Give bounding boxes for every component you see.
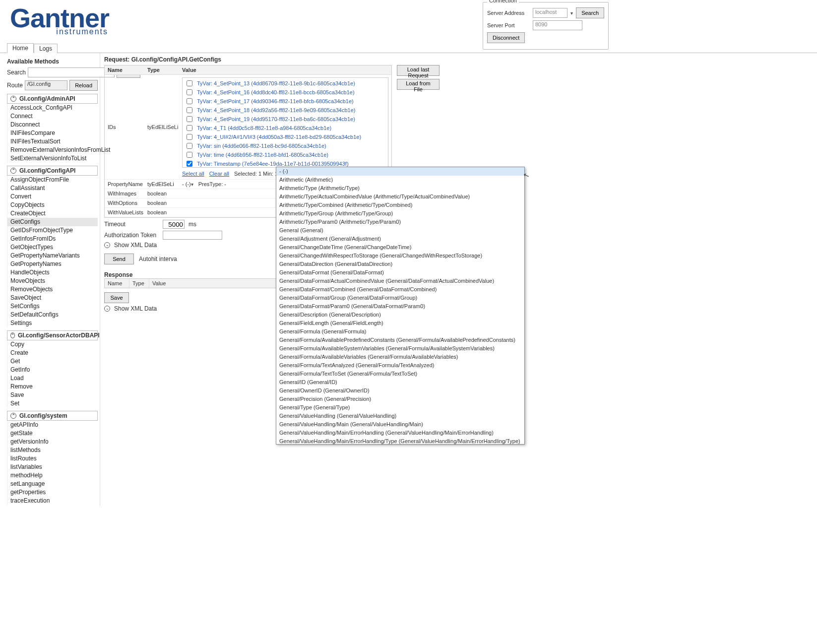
dropdown-item[interactable]: Arithmetic/Type/Param0 (Arithmetic/Type/… <box>276 218 524 226</box>
dropdown-item[interactable]: General/OwnerID (General/OwnerID) <box>276 386 524 395</box>
method-item[interactable]: listMethods <box>7 446 98 454</box>
auth-token-input[interactable] <box>163 231 222 240</box>
dropdown-item[interactable]: General/Formula/TextToSet (General/Formu… <box>276 370 524 378</box>
chevron-up-icon[interactable]: ⌃ <box>10 96 16 102</box>
method-item[interactable]: CopyObjects <box>7 201 98 209</box>
method-item[interactable]: methodHelp <box>7 471 98 480</box>
load-last-request-button[interactable]: Load last Request <box>397 65 440 76</box>
ids-item[interactable]: TyVar: 4_UI#2/A#1/VI#3 (4dd050a3-ff82-11… <box>185 132 386 141</box>
dropdown-item[interactable]: General/Formula/AvailableVariables (Gene… <box>276 353 524 361</box>
method-item[interactable]: CreateObject <box>7 209 98 218</box>
ids-listbox[interactable]: TyVar: 4_SetPoint_13 (4dd86709-ff82-11e8… <box>182 77 388 168</box>
method-item[interactable]: GetConfigs <box>7 218 98 226</box>
dropdown-item[interactable]: General/Formula (General/Formula) <box>276 327 524 336</box>
method-item[interactable]: getState <box>7 429 98 438</box>
ids-checkbox[interactable] <box>187 143 192 149</box>
dropdown-item[interactable]: General/ValueHandling/Main/ErrorHandling… <box>276 429 524 437</box>
method-item[interactable]: getProperties <box>7 488 98 497</box>
show-xml-resp-label[interactable]: Show XML Data <box>114 305 157 312</box>
disconnect-button[interactable]: Disconnect <box>487 32 525 43</box>
method-item[interactable]: GetInfosFromIDs <box>7 235 98 243</box>
dropdown-item[interactable]: Arithmetic/Type/Combined (Arithmetic/Typ… <box>276 201 524 209</box>
reload-button[interactable]: Reload <box>69 80 98 91</box>
method-item[interactable]: Load <box>7 374 98 383</box>
chevron-down-icon[interactable]: ⌄ <box>104 242 110 248</box>
dropdown-item[interactable]: General/ChangedWithRespectToStorage (Gen… <box>276 252 524 260</box>
method-item[interactable]: SetDefaultConfigs <box>7 311 98 319</box>
method-item[interactable]: GetInfo <box>7 366 98 374</box>
dropdown-item[interactable]: General/Formula/AvailableSystemVariables… <box>276 344 524 353</box>
show-xml-req-label[interactable]: Show XML Data <box>114 242 157 249</box>
method-item[interactable]: Settings <box>7 319 98 327</box>
ids-checkbox[interactable] <box>187 80 192 86</box>
tab-home[interactable]: Home <box>7 43 34 53</box>
propertyname-dropdown[interactable]: - (-)Arithmetic (Arithmetic)Arithmetic/T… <box>276 167 525 445</box>
method-item[interactable]: Connect <box>7 112 98 121</box>
method-item[interactable]: listVariables <box>7 463 98 471</box>
dropdown-item[interactable]: - (-) <box>276 167 524 176</box>
method-item[interactable]: SaveObject <box>7 294 98 302</box>
send-button[interactable]: Send <box>104 254 134 264</box>
ids-item[interactable]: TyVar: sin (4dd6e066-ff82-11e8-bc9d-6805… <box>185 141 386 150</box>
timeout-input[interactable] <box>163 220 185 229</box>
method-item[interactable]: setLanguage <box>7 480 98 488</box>
dropdown-item[interactable]: General/ValueHandling (General/ValueHand… <box>276 412 524 420</box>
ids-checkbox[interactable] <box>187 98 192 104</box>
dropdown-item[interactable]: General/Adjustment (General/Adjustment) <box>276 235 524 243</box>
ids-item[interactable]: TyVar: 4_SetPoint_18 (4dd92a56-ff82-11e8… <box>185 106 386 115</box>
method-item[interactable]: Set <box>7 399 98 408</box>
method-item[interactable]: traceExecution <box>7 497 98 505</box>
ids-item[interactable]: TyVar: 4_SetPoint_16 (4dd8dc40-ff82-11e8… <box>185 88 386 97</box>
dropdown-item[interactable]: Arithmetic (Arithmetic) <box>276 176 524 184</box>
method-item[interactable]: INIFilesTextualSort <box>7 137 98 146</box>
dropdown-item[interactable]: Arithmetic/Type (Arithmetic/Type) <box>276 184 524 193</box>
method-item[interactable]: Create <box>7 349 98 357</box>
ids-checkbox[interactable] <box>187 152 192 158</box>
server-address-input[interactable]: localhost <box>533 8 567 18</box>
method-item[interactable]: INIFilesCompare <box>7 129 98 137</box>
route-select[interactable]: /GI.config <box>25 80 67 90</box>
dropdown-item[interactable]: Arithmetic/Type/ActualCombinedValue (Ari… <box>276 193 524 201</box>
dropdown-item[interactable]: General/ChangeDateTime (General/ChangeDa… <box>276 243 524 252</box>
dropdown-item[interactable]: General/DataFormat (General/DataFormat) <box>276 268 524 277</box>
method-group-header[interactable]: ⌃GI.config/ConfigAPI <box>7 166 98 176</box>
method-item[interactable]: RemoveExternalVersionInfosFromList <box>7 146 98 154</box>
method-item[interactable]: Remove <box>7 383 98 391</box>
load-from-file-button[interactable]: Load from File <box>397 79 440 90</box>
method-item[interactable]: GetIDsFromObjectType <box>7 226 98 235</box>
dropdown-item[interactable]: General/DataFormat/Param0 (General/DataF… <box>276 302 524 311</box>
dropdown-item[interactable]: General/ValueHandling/Main/ErrorHandling… <box>276 437 524 445</box>
method-item[interactable]: HandleObjects <box>7 268 98 277</box>
dropdown-item[interactable]: General/Type (General/Type) <box>276 403 524 412</box>
dropdown-item[interactable]: General/FieldLength (General/FieldLength… <box>276 319 524 327</box>
dropdown-item[interactable]: General/DataFormat/ActualCombinedValue (… <box>276 277 524 285</box>
ids-item[interactable]: TyVar: 4_SetPoint_17 (4dd90346-ff82-11e8… <box>185 97 386 106</box>
ids-checkbox[interactable] <box>187 134 192 140</box>
dropdown-item[interactable]: General/DataFormat/Combined (General/Dat… <box>276 285 524 294</box>
ids-checkbox[interactable] <box>187 89 192 95</box>
dropdown-item[interactable]: General/ID (General/ID) <box>276 378 524 386</box>
propertyname-select[interactable]: - (-)▾ <box>182 181 193 187</box>
server-address-caret-icon[interactable]: ▾ <box>570 10 573 16</box>
method-group-header[interactable]: ⌃GI.config/SensorActorDBAPI <box>7 330 98 340</box>
dropdown-item[interactable]: General/Precision (General/Precision) <box>276 395 524 403</box>
method-item[interactable]: GetObjectTypes <box>7 243 98 252</box>
method-item[interactable]: AccessLock_ConfigAPI <box>7 104 98 112</box>
select-all-link[interactable]: Select all <box>182 171 204 177</box>
ids-checkbox[interactable] <box>187 116 192 122</box>
method-item[interactable]: SetConfigs <box>7 302 98 311</box>
chevron-up-icon[interactable]: ⌃ <box>10 332 15 338</box>
method-item[interactable]: AssignObjectFromFile <box>7 176 98 184</box>
dropdown-item[interactable]: General/DataFormat/Group (General/DataFo… <box>276 294 524 302</box>
method-item[interactable]: Convert <box>7 193 98 201</box>
dropdown-item[interactable]: General/Formula/AvailablePredefinedConst… <box>276 336 524 344</box>
method-item[interactable]: Copy <box>7 340 98 349</box>
dropdown-item[interactable]: General (General) <box>276 226 524 235</box>
ids-checkbox[interactable] <box>187 161 192 167</box>
dropdown-item[interactable]: General/DataDirection (General/DataDirec… <box>276 260 524 268</box>
chevron-up-icon[interactable]: ⌃ <box>10 168 16 174</box>
method-group-header[interactable]: ⌃GI.config/system <box>7 411 98 421</box>
chevron-up-icon[interactable]: ⌃ <box>10 413 16 419</box>
method-item[interactable]: SetExternalVersionInfoToList <box>7 154 98 163</box>
ids-checkbox[interactable] <box>187 107 192 113</box>
